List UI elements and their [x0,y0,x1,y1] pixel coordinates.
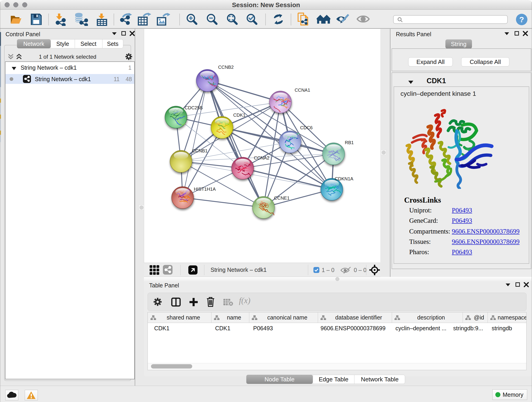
svg-text:CCNA2: CCNA2 [254,155,269,160]
svg-text:CCNE1: CCNE1 [274,196,290,201]
svg-text:CCNB2: CCNB2 [218,65,234,70]
svg-text:CDK1: CDK1 [233,113,245,118]
svg-text:HIST1H1A: HIST1H1A [194,186,216,191]
svg-text:CCNB1: CCNB1 [192,148,208,153]
svg-text:CDC25B: CDC25B [185,105,203,110]
svg-text:CCNA1: CCNA1 [295,88,310,93]
svg-text:CDC6: CDC6 [300,125,312,130]
svg-text:RB1: RB1 [345,140,354,145]
svg-text:CDKN1A: CDKN1A [335,176,354,181]
